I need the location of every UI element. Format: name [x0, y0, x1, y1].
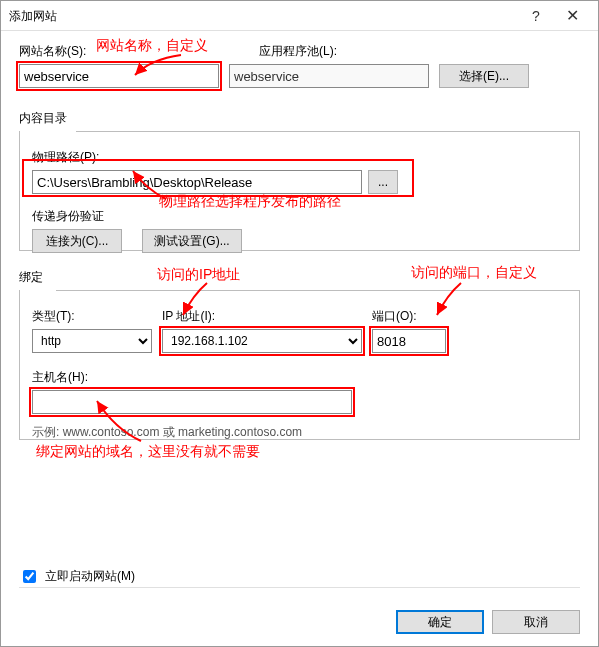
- contentdir-legend: 内容目录: [19, 110, 580, 127]
- host-label: 主机名(H):: [32, 369, 567, 386]
- apppool-input: [229, 64, 429, 88]
- port-input[interactable]: [372, 329, 446, 353]
- select-apppool-button[interactable]: 选择(E)...: [439, 64, 529, 88]
- apppool-label: 应用程序池(L):: [259, 43, 580, 60]
- dialog-title: 添加网站: [9, 1, 518, 31]
- cancel-button[interactable]: 取消: [492, 610, 580, 634]
- connect-as-button[interactable]: 连接为(C)...: [32, 229, 122, 253]
- sitename-label: 网站名称(S):: [19, 43, 219, 60]
- type-select[interactable]: http: [32, 329, 152, 353]
- binding-example: 示例: www.contoso.com 或 marketing.contoso.…: [32, 424, 567, 441]
- start-now-row: 立即启动网站(M): [19, 567, 135, 586]
- type-label: 类型(T):: [32, 308, 162, 325]
- port-label: 端口(O):: [372, 308, 462, 325]
- titlebar: 添加网站 ? ✕: [1, 1, 598, 31]
- close-button[interactable]: ✕: [554, 5, 590, 27]
- start-now-checkbox[interactable]: [23, 570, 36, 583]
- sitename-input[interactable]: [19, 64, 219, 88]
- auth-label: 传递身份验证: [32, 208, 567, 225]
- test-settings-button[interactable]: 测试设置(G)...: [142, 229, 242, 253]
- ok-button[interactable]: 确定: [396, 610, 484, 634]
- ip-label: IP 地址(I):: [162, 308, 372, 325]
- host-input[interactable]: [32, 390, 352, 414]
- watermark-logo-icon: [359, 598, 397, 636]
- help-button[interactable]: ?: [518, 5, 554, 27]
- binding-legend: 绑定: [19, 269, 580, 286]
- physpath-highlight: [24, 161, 412, 195]
- annotation-host: 绑定网站的域名，这里没有就不需要: [36, 443, 260, 461]
- dialog-footer: 确定 取消: [396, 610, 580, 634]
- start-now-label: 立即启动网站(M): [45, 568, 135, 585]
- ip-select[interactable]: 192.168.1.102: [162, 329, 362, 353]
- add-website-dialog: 添加网站 ? ✕ 网站名称(S): 应用程序池(L): 选择(E)... 网站名…: [0, 0, 599, 647]
